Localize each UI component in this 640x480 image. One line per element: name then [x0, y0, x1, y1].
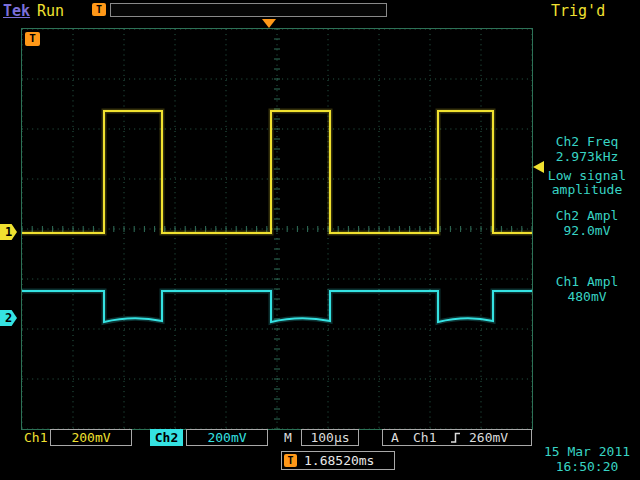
ch1-readout-label: Ch1 — [24, 430, 47, 445]
measurement-ch2-freq-value: 2.973kHz — [534, 149, 640, 164]
trigger-readout: A Ch1 260mV — [382, 429, 532, 446]
measurement-ch2-ampl-value: 92.0mV — [534, 223, 640, 238]
trigger-status: Trig'd — [551, 2, 605, 20]
ch1-scale-readout: 200mV — [50, 429, 132, 446]
measurement-ch2-ampl-label: Ch2 Ampl — [534, 208, 640, 223]
trigger-t-badge: T — [25, 32, 40, 46]
measurement-ch1-ampl-value: 480mV — [534, 289, 640, 304]
trigger-time-value: 1.68520ms — [304, 453, 374, 468]
ch2-ground-badge: 2 — [0, 310, 17, 326]
graticule: T — [21, 28, 533, 430]
measurement-warning-line1: Low signal — [534, 168, 640, 183]
trigger-position-arrow-icon — [262, 19, 276, 28]
time-readout: 16:50:20 — [534, 459, 640, 474]
measurement-ch1-ampl-label: Ch1 Ampl — [534, 274, 640, 289]
tek-logo: Tek — [3, 2, 30, 20]
record-position-bar — [110, 3, 387, 17]
trigger-time-readout: T 1.68520ms — [281, 451, 395, 470]
measurement-warning-line2: amplitude — [534, 182, 640, 197]
ch2-readout-label: Ch2 — [150, 429, 183, 446]
measurement-ch2-freq-label: Ch2 Freq — [534, 134, 640, 149]
trigger-source-label: Ch1 — [413, 430, 436, 445]
trigger-marker-icon: T — [92, 3, 106, 16]
acquisition-state: Run — [37, 2, 64, 20]
ch1-ground-badge: 1 — [0, 224, 17, 240]
timebase-readout: 100µs — [301, 429, 359, 446]
trigger-time-badge-icon: T — [284, 454, 297, 467]
trigger-level-readout: 260mV — [469, 430, 508, 445]
ch2-trace-glow — [22, 291, 532, 322]
rising-edge-icon — [449, 431, 462, 444]
ch2-scale-readout: 200mV — [186, 429, 268, 446]
trigger-system-label: A — [391, 430, 399, 445]
waveform-display — [22, 29, 532, 429]
timebase-label: M — [284, 430, 292, 445]
date-readout: 15 Mar 2011 — [534, 444, 640, 459]
